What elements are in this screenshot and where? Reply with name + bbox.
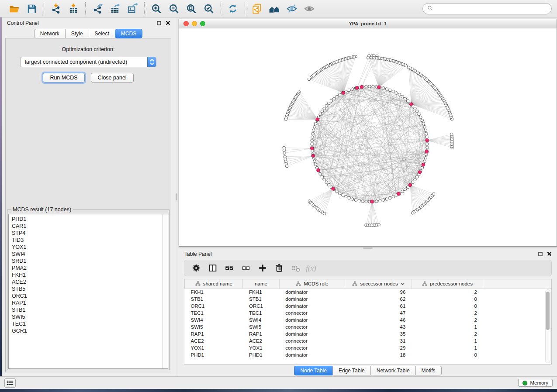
cell-shared-name[interactable]: STB1 <box>185 296 243 303</box>
close-panel-icon[interactable] <box>166 19 170 27</box>
column-header-shared-name[interactable]: shared name <box>185 279 243 289</box>
cell-predecessor-nodes[interactable]: 1 <box>412 323 483 330</box>
cell-predecessor-nodes[interactable]: 2 <box>412 309 483 316</box>
cell-spacer[interactable] <box>483 323 551 330</box>
cell-MCDS-role[interactable]: dominator <box>279 351 345 358</box>
zoom-fit-icon[interactable] <box>183 2 199 15</box>
table-scrollbar-thumb[interactable] <box>546 292 550 330</box>
column-header-predecessor-nodes[interactable]: predecessor nodes <box>412 279 483 289</box>
cell-shared-name[interactable]: ORC1 <box>185 303 243 309</box>
cell-predecessor-nodes[interactable]: 2 <box>412 330 483 337</box>
list-item[interactable]: ORC1 <box>12 292 168 299</box>
list-item[interactable]: SRD1 <box>12 258 168 265</box>
save-session-icon[interactable] <box>24 2 40 15</box>
cell-predecessor-nodes[interactable]: 0 <box>412 303 483 309</box>
cell-name[interactable]: ACE2 <box>243 337 279 344</box>
hide-graphics-details-icon[interactable] <box>284 2 300 15</box>
table-row[interactable]: YOX1YOX1connector291 <box>185 344 551 351</box>
list-item[interactable]: PMA2 <box>12 265 168 272</box>
search-box[interactable] <box>422 3 552 14</box>
memory-button[interactable]: Memory <box>518 379 553 387</box>
network-graph[interactable] <box>179 28 557 246</box>
close-window-icon[interactable] <box>183 21 189 26</box>
cell-MCDS-role[interactable]: dominator <box>279 330 345 337</box>
float-panel-icon[interactable] <box>157 19 161 27</box>
table-row[interactable]: STB1STB1dominator620 <box>185 296 551 303</box>
select-all-columns-icon[interactable] <box>222 261 237 275</box>
export-table-icon[interactable] <box>107 2 123 15</box>
list-item[interactable]: GCR1 <box>12 327 168 334</box>
cell-spacer[interactable] <box>483 351 551 358</box>
export-image-icon[interactable] <box>125 2 140 15</box>
list-item[interactable]: STB5 <box>12 285 168 292</box>
list-item[interactable]: RAP1 <box>12 299 168 306</box>
import-table-icon[interactable] <box>66 2 81 15</box>
zoom-out-icon[interactable] <box>166 2 182 15</box>
table-scrollbar[interactable] <box>545 289 550 363</box>
cell-name[interactable]: FKH1 <box>243 289 279 296</box>
cell-shared-name[interactable]: RAP1 <box>185 330 243 337</box>
table-row[interactable]: ACE2ACE2connector311 <box>185 337 551 344</box>
cell-shared-name[interactable]: PHD1 <box>185 351 243 358</box>
new-network-from-file-icon[interactable] <box>249 2 265 15</box>
tab-node-table[interactable]: Node Table <box>294 366 333 375</box>
mcds-result-list[interactable]: PHD1CAR1STP4TID3YOX1SWI4SRD1PMA2FKH1ACE2… <box>8 214 168 369</box>
tab-motifs[interactable]: Motifs <box>415 366 442 375</box>
table-settings-icon[interactable] <box>189 261 204 275</box>
column-header-successor-nodes[interactable]: successor nodes <box>345 279 412 289</box>
cell-successor-nodes[interactable]: 61 <box>345 303 412 309</box>
tab-network-table[interactable]: Network Table <box>370 366 416 375</box>
close-table-panel-icon[interactable] <box>547 250 552 258</box>
cell-MCDS-role[interactable]: connector <box>279 323 345 330</box>
task-history-button[interactable] <box>4 378 16 388</box>
cell-spacer[interactable] <box>483 344 551 351</box>
float-table-panel-icon[interactable] <box>538 250 543 258</box>
cell-MCDS-role[interactable]: connector <box>279 309 345 316</box>
cell-MCDS-role[interactable]: dominator <box>279 316 345 323</box>
cell-name[interactable]: PHD1 <box>243 351 279 358</box>
show-columns-icon[interactable] <box>205 261 220 275</box>
cell-shared-name[interactable]: TEC1 <box>185 309 243 316</box>
cell-name[interactable]: ORC1 <box>243 303 279 309</box>
open-session-icon[interactable] <box>7 2 22 15</box>
cell-predecessor-nodes[interactable]: 1 <box>412 337 483 344</box>
run-mcds-button[interactable]: Run MCDS <box>43 73 84 83</box>
cell-predecessor-nodes[interactable]: 0 <box>412 351 483 358</box>
cell-spacer[interactable] <box>483 316 551 323</box>
list-item[interactable]: YOX1 <box>12 244 168 251</box>
list-item[interactable]: TEC1 <box>12 320 168 327</box>
list-item[interactable]: SWI5 <box>12 313 168 320</box>
tab-edge-table[interactable]: Edge Table <box>332 366 371 375</box>
cell-successor-nodes[interactable]: 43 <box>345 323 412 330</box>
cell-spacer[interactable] <box>483 296 551 303</box>
minimize-window-icon[interactable] <box>192 21 197 26</box>
cell-spacer[interactable] <box>483 330 551 337</box>
column-header-name[interactable]: name <box>243 279 279 289</box>
tab-select[interactable]: Select <box>89 29 115 38</box>
cell-name[interactable]: TEC1 <box>243 309 279 316</box>
cell-successor-nodes[interactable]: 46 <box>345 316 412 323</box>
list-item[interactable]: SWI4 <box>12 251 168 258</box>
table-row[interactable]: FKH1FKH1dominator962 <box>185 289 551 296</box>
cell-successor-nodes[interactable]: 29 <box>345 344 412 351</box>
cell-spacer[interactable] <box>483 337 551 344</box>
panel-splitter[interactable] <box>175 17 178 376</box>
cell-name[interactable]: RAP1 <box>243 330 279 337</box>
list-item[interactable]: PHD1 <box>12 216 168 223</box>
network-canvas[interactable] <box>179 28 557 246</box>
list-item[interactable]: STB1 <box>12 306 168 313</box>
zoom-selected-icon[interactable] <box>201 2 217 15</box>
cell-shared-name[interactable]: SWI5 <box>185 323 243 330</box>
cell-predecessor-nodes[interactable]: 1 <box>412 344 483 351</box>
cell-predecessor-nodes[interactable]: 2 <box>412 316 483 323</box>
optimization-criterion-select[interactable]: largest connected component (undirected) <box>20 57 156 67</box>
first-neighbors-icon[interactable] <box>266 2 282 15</box>
cell-MCDS-role[interactable]: connector <box>279 337 345 344</box>
cell-MCDS-role[interactable]: dominator <box>279 289 345 296</box>
search-input[interactable] <box>436 6 547 12</box>
table-panel-splitter[interactable] <box>179 247 557 249</box>
cell-successor-nodes[interactable]: 18 <box>345 351 412 358</box>
cell-spacer[interactable] <box>483 289 551 296</box>
network-window-titlebar[interactable]: YPA_prune.txt_1 <box>179 19 557 28</box>
cell-name[interactable]: SWI5 <box>243 323 279 330</box>
